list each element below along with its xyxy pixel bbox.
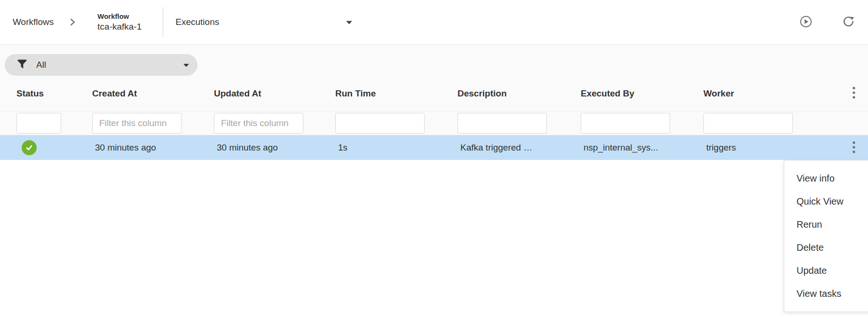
view-selector-value: Executions (175, 17, 219, 27)
play-circle-icon (799, 15, 813, 30)
cell-executed-by: nsp_internal_sys... (581, 143, 703, 153)
breadcrumb-workflows[interactable]: Workflows (13, 17, 54, 27)
cell-run-time: 1s (335, 143, 458, 153)
column-header-executed-by[interactable]: Executed By (581, 88, 703, 99)
cell-created-at: 30 minutes ago (92, 143, 214, 153)
filter-input-status[interactable] (16, 113, 61, 134)
menu-item-delete[interactable]: Delete (784, 236, 868, 259)
column-header-updated-at[interactable]: Updated At (214, 88, 335, 99)
kebab-icon (852, 87, 855, 100)
table-header-section: All Status Created At Updated At Run Tim… (0, 45, 868, 135)
filter-input-run-time[interactable] (335, 113, 425, 134)
filter-dropdown[interactable]: All (5, 54, 197, 76)
cell-updated-at: 30 minutes ago (214, 143, 335, 153)
cell-description: Kafka triggered … (458, 143, 581, 153)
column-header-description[interactable]: Description (458, 88, 581, 99)
menu-item-quick-view[interactable]: Quick View (784, 190, 868, 213)
table-options-kebab-button[interactable] (851, 85, 857, 102)
table-header-row: Status Created At Updated At Run Time De… (0, 76, 868, 111)
menu-item-update[interactable]: Update (784, 259, 868, 282)
filter-toolbar: All (0, 45, 868, 76)
refresh-button[interactable] (839, 13, 858, 32)
column-header-status[interactable]: Status (16, 88, 92, 99)
filter-funnel-icon (17, 59, 27, 72)
filter-input-created-at[interactable] (92, 113, 181, 134)
caret-down-icon (183, 61, 189, 69)
column-header-worker[interactable]: Worker (703, 88, 840, 99)
filter-input-updated-at[interactable] (214, 113, 303, 134)
row-actions-kebab-button[interactable] (851, 139, 857, 157)
breadcrumb-current-workflow: Workflow tca-kafka-1 (97, 12, 142, 32)
refresh-icon (842, 15, 855, 29)
menu-item-rerun[interactable]: Rerun (784, 213, 868, 236)
status-success-icon (22, 140, 37, 155)
executions-page: { "header": { "breadcrumb_root": "Workfl… (0, 0, 868, 318)
menu-item-view-tasks[interactable]: View tasks (784, 282, 868, 305)
filter-selected-value: All (36, 60, 183, 70)
filter-input-description[interactable] (458, 113, 547, 134)
header-bar: Workflows Workflow tca-kafka-1 Execution… (0, 0, 868, 45)
cell-worker: triggers (703, 143, 840, 153)
header-divider (163, 7, 163, 37)
filter-input-worker[interactable] (703, 113, 793, 134)
execution-table-row[interactable]: 30 minutes ago 30 minutes ago 1s Kafka t… (0, 135, 868, 160)
column-header-created-at[interactable]: Created At (92, 88, 214, 99)
workflow-name: tca-kafka-1 (97, 21, 142, 32)
status-cell (16, 140, 92, 155)
column-filter-row (0, 111, 868, 135)
breadcrumb-chevron-icon (69, 18, 76, 26)
view-selector-dropdown[interactable]: Executions (175, 17, 355, 27)
menu-item-view-info[interactable]: View info (784, 167, 868, 190)
kebab-icon (852, 141, 855, 155)
execute-workflow-button[interactable] (797, 13, 815, 32)
caret-down-icon (346, 18, 352, 26)
column-header-run-time[interactable]: Run Time (335, 88, 458, 99)
filter-input-executed-by[interactable] (581, 113, 670, 134)
workflow-label: Workflow (97, 12, 142, 21)
row-actions-context-menu: View info Quick View Rerun Delete Update… (784, 160, 868, 312)
